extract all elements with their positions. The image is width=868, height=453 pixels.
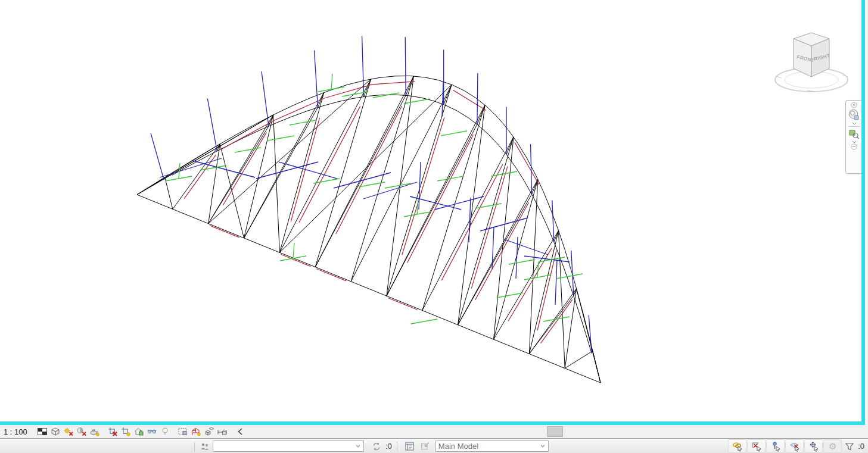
navigation-bar bbox=[845, 100, 863, 174]
sun-path-off-icon bbox=[63, 426, 74, 437]
steering-wheel-button[interactable] bbox=[846, 108, 862, 122]
workset-selector[interactable] bbox=[213, 440, 364, 452]
revit-window: FRONT RIGHT bbox=[0, 0, 868, 453]
show-analytical-model-icon bbox=[191, 426, 201, 437]
highlight-displacement-sets-button[interactable] bbox=[203, 426, 216, 438]
editing-requests-icon bbox=[371, 441, 382, 452]
rendering-dialog-icon bbox=[89, 426, 100, 437]
temporary-view-properties-icon bbox=[178, 426, 188, 437]
view-control-bar-collapse-button[interactable] bbox=[234, 426, 247, 438]
minimize-icon bbox=[851, 143, 857, 150]
analytical-model-canvas[interactable] bbox=[0, 0, 862, 421]
design-options-dialog-button[interactable] bbox=[402, 440, 418, 452]
select-pinned-icon bbox=[770, 440, 782, 452]
view-control-bar: 1 : 100 bbox=[0, 425, 868, 439]
navbar-divider bbox=[849, 126, 860, 127]
temporary-hide-isolate-icon bbox=[147, 426, 157, 437]
viewcube[interactable]: FRONT RIGHT bbox=[771, 25, 858, 93]
shadows-off-icon bbox=[76, 426, 87, 437]
horizontal-scrollbar-thumb[interactable] bbox=[547, 426, 563, 437]
view-scale-button[interactable]: 1 : 100 bbox=[4, 427, 36, 436]
detail-level-icon bbox=[37, 426, 48, 437]
design-option-selector[interactable]: Main Model bbox=[435, 440, 549, 452]
show-crop-region-icon bbox=[120, 426, 131, 437]
reveal-constraints-icon bbox=[217, 426, 228, 437]
lock-3d-view-icon bbox=[133, 426, 144, 437]
drawing-area[interactable]: FRONT RIGHT bbox=[0, 0, 862, 421]
active-only-icon bbox=[419, 440, 431, 452]
chevron-down-icon bbox=[540, 444, 546, 448]
crop-view-button[interactable] bbox=[106, 426, 119, 438]
chevron-down-icon bbox=[852, 122, 857, 125]
editing-requests-count: :0 bbox=[385, 442, 392, 451]
lock-3d-view-button[interactable] bbox=[132, 426, 145, 438]
selection-filter-button[interactable] bbox=[842, 440, 857, 452]
zoom-region-icon bbox=[848, 128, 860, 140]
navbar-minimize-button[interactable] bbox=[846, 143, 862, 150]
active-only-toggle[interactable] bbox=[418, 440, 433, 452]
show-analytical-model-button[interactable] bbox=[189, 426, 203, 438]
select-underlay-icon bbox=[751, 440, 763, 452]
separator bbox=[397, 442, 397, 451]
select-elements-by-face-toggle[interactable] bbox=[785, 439, 804, 453]
status-settings-button[interactable]: ⚙ bbox=[823, 439, 842, 453]
steering-wheel-icon bbox=[847, 108, 861, 122]
select-pinned-elements-toggle[interactable] bbox=[766, 439, 785, 453]
drag-elements-on-selection-toggle[interactable] bbox=[804, 439, 823, 453]
drag-on-selection-icon bbox=[808, 440, 820, 452]
reveal-hidden-elements-button[interactable] bbox=[158, 426, 172, 438]
chevron-down-icon bbox=[355, 444, 361, 448]
close-icon bbox=[851, 102, 857, 108]
visual-style-button[interactable] bbox=[49, 426, 62, 438]
separator bbox=[194, 442, 195, 451]
detail-level-button[interactable] bbox=[36, 426, 49, 438]
editing-requests-button[interactable] bbox=[369, 440, 384, 452]
highlight-displacement-sets-icon bbox=[204, 426, 214, 437]
worksets-button[interactable] bbox=[197, 440, 213, 452]
collapse-arrow-icon bbox=[237, 427, 244, 436]
select-underlay-elements-toggle[interactable] bbox=[747, 439, 766, 453]
worksets-icon bbox=[200, 441, 210, 452]
status-bar: :0 Main Model ⚙ bbox=[0, 439, 868, 453]
temporary-view-properties-button[interactable] bbox=[176, 426, 189, 438]
reveal-hidden-elements-icon bbox=[160, 426, 170, 437]
design-option-selected-value: Main Model bbox=[438, 442, 540, 451]
zoom-tool-button[interactable] bbox=[846, 128, 862, 140]
selection-filter-count: :0 bbox=[858, 442, 864, 451]
select-links-icon bbox=[732, 440, 743, 452]
gear-icon: ⚙ bbox=[829, 441, 836, 452]
select-links-toggle[interactable] bbox=[728, 439, 746, 453]
select-by-face-icon bbox=[789, 440, 801, 452]
crop-view-off-icon bbox=[107, 426, 118, 437]
reveal-constraints-button[interactable] bbox=[216, 426, 229, 438]
navbar-close-button[interactable] bbox=[846, 102, 862, 108]
steering-wheel-dropdown[interactable] bbox=[846, 122, 862, 125]
rendering-dialog-button[interactable] bbox=[88, 426, 101, 438]
visual-style-icon bbox=[50, 426, 61, 437]
temporary-hide-isolate-button[interactable] bbox=[145, 426, 158, 438]
show-crop-region-button[interactable] bbox=[119, 426, 132, 438]
sun-path-button[interactable] bbox=[62, 426, 75, 438]
design-options-dialog-icon bbox=[404, 440, 415, 452]
filter-funnel-icon bbox=[844, 441, 855, 452]
right-gutter bbox=[865, 0, 868, 425]
shadows-button[interactable] bbox=[75, 426, 88, 438]
